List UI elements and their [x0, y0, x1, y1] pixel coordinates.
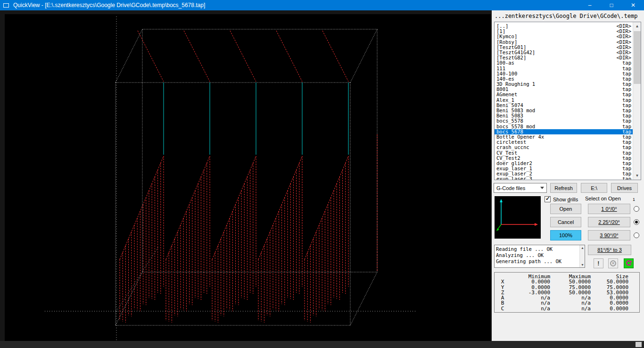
file-type: tap	[622, 66, 631, 71]
drive-e-button[interactable]: E:\	[581, 183, 607, 193]
file-type: tap	[622, 145, 631, 150]
log-lines: Reading file ... OKAnalyzing ... OKGener…	[496, 246, 579, 267]
maximize-button[interactable]: □	[601, 0, 622, 10]
file-name: 100-as	[496, 60, 514, 66]
stats-cell: 0.0000	[591, 306, 635, 311]
file-row[interactable]: crash_uccnctap	[495, 145, 633, 150]
file-list[interactable]: [..]<DIR>[1]<DIR>[Kymco]<DIR>[Robsy]<DIR…	[494, 22, 641, 180]
select-on-open-radio-2[interactable]	[634, 219, 639, 225]
file-name: bocs_5578	[496, 118, 523, 124]
file-type: tap	[622, 176, 631, 180]
axis-preview-box	[495, 196, 541, 239]
stats-cell: 50.0000	[550, 279, 591, 284]
checkbox-icon: ✓	[545, 196, 551, 202]
select-on-open-hint: 1	[633, 197, 635, 202]
scroll-thumb[interactable]	[634, 31, 641, 84]
log-scrollbar[interactable]: ▲ ▼	[579, 245, 585, 267]
window-title: QuickView - [E:\.szentkeresztycs\Google …	[13, 2, 205, 8]
file-type: tap	[622, 150, 631, 156]
show-drills-checkbox[interactable]: ✓ Show drills	[545, 196, 578, 202]
file-type: tap	[622, 92, 631, 97]
view-angle-3-button[interactable]: 3 90°/0°	[588, 230, 630, 240]
show-drills-label: Show drills	[553, 197, 578, 202]
file-type-value: G-Code files	[496, 185, 525, 191]
log-scroll-down-icon[interactable]: ▼	[580, 262, 585, 267]
scroll-down-icon[interactable]: ▼	[633, 172, 641, 180]
log-line: Analyzing ... OK	[496, 252, 579, 258]
status-bar	[0, 341, 644, 348]
current-path-label: ...zentkeresztycs\Google Drive\GCode\.te…	[495, 13, 637, 19]
stats-cell: C	[495, 306, 511, 311]
file-name: 111	[496, 66, 505, 71]
file-row[interactable]: 140-100tap	[495, 71, 633, 76]
file-row[interactable]: [TesztG82]<DIR>	[495, 55, 633, 60]
select-on-open-radio-1[interactable]	[634, 206, 639, 212]
file-row[interactable]: [..]<DIR>	[495, 24, 633, 29]
open-button[interactable]: Open	[550, 204, 581, 214]
status-log: Reading file ... OKAnalyzing ... OKGener…	[494, 245, 585, 268]
file-name: [Kymco]	[496, 34, 517, 39]
stats-cell: X	[495, 279, 511, 284]
warning-button[interactable]: !	[594, 258, 603, 268]
minimize-button[interactable]: –	[579, 0, 601, 10]
stats-cell: n/a	[511, 306, 550, 311]
file-type: <DIR>	[616, 34, 631, 39]
stats-cell: 50.0000	[591, 279, 635, 284]
stop-button[interactable]: ✕	[608, 258, 618, 268]
file-name: AGmenet	[496, 92, 517, 97]
stats-grid: MinimumMaximumSizeX0.000050.000050.0000Y…	[495, 274, 639, 311]
dimensions-panel: MinimumMaximumSizeX0.000050.000050.0000Y…	[494, 272, 640, 313]
chevron-down-icon	[540, 187, 544, 189]
quickview-window: QuickView - [E:\.szentkeresztycs\Google …	[0, 0, 644, 348]
log-line: Reading file ... OK	[496, 246, 579, 252]
file-row[interactable]: 100-astap	[495, 60, 633, 66]
file-row[interactable]: CV_Testtap	[495, 150, 633, 156]
log-line: Generating path ... OK	[496, 258, 579, 265]
file-row[interactable]: [Kymco]<DIR>	[495, 34, 633, 39]
file-type-dropdown[interactable]: G-Code files	[494, 183, 547, 193]
log-scroll-up-icon[interactable]: ▲	[580, 245, 585, 250]
file-browser-panel: ...zentkeresztycs\Google Drive\GCode\.te…	[492, 10, 644, 341]
file-name: CV_Test	[496, 150, 517, 156]
select-on-open-radio-3[interactable]	[634, 232, 639, 238]
file-row[interactable]: AGmenettap	[495, 92, 633, 97]
view-angle-1-button[interactable]: 1 0°/0°	[588, 204, 630, 214]
file-list-rows: [..]<DIR>[1]<DIR>[Kymco]<DIR>[Robsy]<DIR…	[495, 23, 633, 180]
close-button[interactable]: ✕	[622, 0, 644, 10]
scroll-up-icon[interactable]: ▲	[633, 22, 641, 30]
file-row[interactable]: 111tap	[495, 66, 633, 71]
file-row[interactable]: 3D Roughing 1tap	[495, 82, 633, 87]
stats-cell: n/a	[550, 306, 591, 311]
file-name: crash_uccnc	[496, 145, 529, 150]
gcode-3d-viewport[interactable]	[5, 14, 491, 341]
file-type: tap	[622, 60, 631, 66]
toolpath-drawing	[5, 14, 491, 341]
file-row[interactable]: exup_laser_3tap	[495, 176, 633, 180]
zoom-100-button[interactable]: 100%	[550, 230, 581, 240]
drives-button[interactable]: Drives	[611, 183, 638, 193]
file-list-scrollbar[interactable]: ▲ ▼	[633, 22, 641, 180]
axis-orientation-icon	[495, 196, 541, 239]
stats-cell: 0.0000	[511, 279, 550, 284]
rotate-view-button[interactable]: 81°/5° to 3	[588, 245, 631, 255]
app-icon	[3, 3, 9, 8]
regenerate-button[interactable]	[624, 258, 634, 268]
refresh-button[interactable]: Refresh	[550, 183, 577, 193]
cancel-circle-icon: ✕	[610, 260, 616, 266]
file-name: exup_laser_3	[496, 176, 532, 180]
view-angle-2-button[interactable]: 2 25°/20°	[588, 217, 630, 227]
resize-grip[interactable]	[636, 342, 642, 347]
regenerate-icon	[625, 260, 632, 267]
select-on-open-label: Select on Open	[585, 196, 621, 201]
cancel-button[interactable]: Cancel	[550, 217, 581, 227]
file-type: tap	[622, 118, 631, 124]
file-row[interactable]: bocs_5578tap	[495, 118, 633, 124]
title-bar: QuickView - [E:\.szentkeresztycs\Google …	[0, 0, 644, 10]
